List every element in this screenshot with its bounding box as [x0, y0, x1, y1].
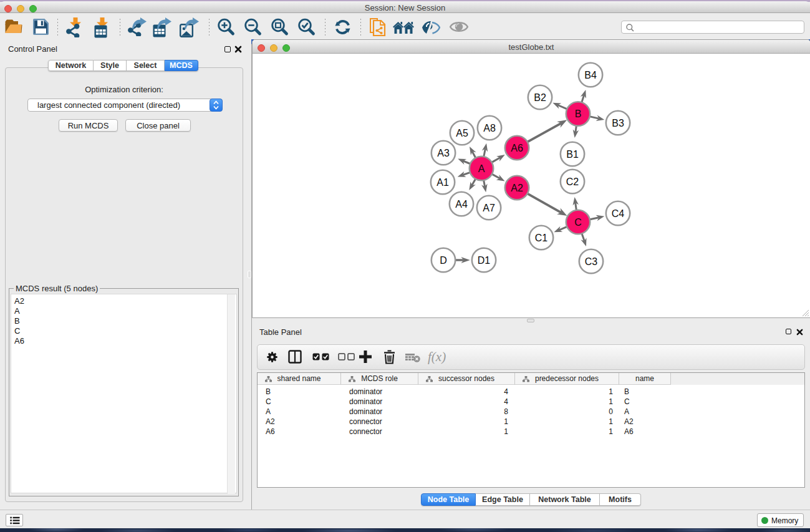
svg-text:B1: B1 [566, 149, 579, 160]
svg-text:B3: B3 [612, 118, 624, 128]
svg-text:B2: B2 [534, 92, 546, 103]
svg-text:A: A [478, 163, 485, 174]
svg-text:B4: B4 [584, 70, 597, 80]
svg-text:C1: C1 [535, 233, 548, 243]
svg-text:A6: A6 [511, 143, 523, 153]
svg-text:C: C [574, 217, 582, 228]
svg-text:C3: C3 [585, 256, 598, 267]
svg-text:A7: A7 [483, 203, 495, 213]
svg-text:C2: C2 [566, 177, 579, 187]
svg-text:D1: D1 [478, 255, 491, 266]
svg-text:A2: A2 [511, 183, 523, 193]
svg-text:B: B [575, 109, 582, 119]
svg-text:A3: A3 [437, 148, 450, 158]
svg-text:A8: A8 [483, 123, 496, 133]
svg-text:A1: A1 [436, 177, 449, 188]
svg-text:A5: A5 [456, 128, 468, 138]
svg-text:C4: C4 [612, 208, 625, 219]
svg-text:A4: A4 [455, 199, 468, 210]
svg-text:D: D [440, 255, 447, 266]
